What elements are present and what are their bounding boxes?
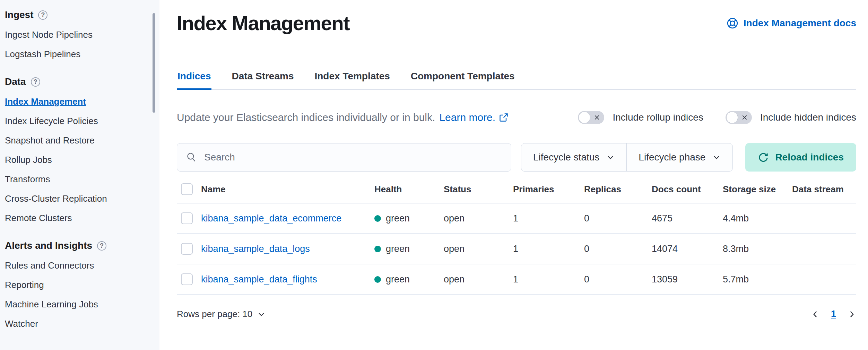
cell-name: kibana_sample_data_logs: [201, 244, 374, 254]
external-link-icon: [499, 113, 509, 122]
chevron-left-icon: [811, 310, 820, 319]
help-icon: ?: [97, 241, 106, 251]
health-dot-icon: [374, 276, 381, 283]
cell-status: open: [444, 274, 513, 285]
nav-section-title: Data?: [5, 76, 159, 88]
table-header: NameHealthStatusPrimariesReplicasDocs co…: [177, 176, 856, 203]
sidebar-item-rules-and-connectors[interactable]: Rules and Connectors: [5, 260, 94, 271]
filter-lifecycle-phase[interactable]: Lifecycle phase: [626, 143, 732, 171]
filter-lifecycle-status[interactable]: Lifecycle status: [521, 143, 626, 171]
cell-primaries: 1: [513, 274, 584, 285]
column-header-name: Name: [201, 184, 374, 195]
previous-page-button[interactable]: [811, 310, 820, 319]
help-icon: ?: [31, 77, 40, 87]
next-page-button[interactable]: [847, 310, 856, 319]
cell-health: green: [374, 274, 444, 285]
filter-group: Lifecycle statusLifecycle phase: [521, 143, 733, 172]
cell-checkbox: [177, 243, 201, 255]
health-label: green: [386, 213, 410, 224]
nav-section-title: Ingest?: [5, 9, 159, 21]
sidebar-item-index-management[interactable]: Index Management: [5, 96, 86, 107]
index-link-kibana-sample-data-flights[interactable]: kibana_sample_data_flights: [201, 274, 317, 285]
column-header-health: Health: [374, 184, 444, 195]
cell-status: open: [444, 244, 513, 254]
toggle-include-hidden-indices[interactable]: [726, 111, 752, 124]
index-link-kibana-sample-data-logs[interactable]: kibana_sample_data_logs: [201, 244, 310, 254]
search-icon: [185, 151, 197, 163]
search-input[interactable]: [203, 151, 503, 163]
reload-indices-button[interactable]: Reload indices: [745, 143, 856, 172]
column-header-status: Status: [444, 184, 513, 195]
cell-storage-size: 8.3mb: [723, 244, 792, 254]
health-dot-icon: [374, 215, 381, 222]
reload-indices-label: Reload indices: [775, 152, 844, 163]
toggle-knob: [726, 112, 738, 123]
page-number[interactable]: 1: [831, 309, 836, 320]
learn-more-link[interactable]: Learn more.: [439, 112, 509, 123]
main-content: Index Management Index Management docs I…: [159, 0, 868, 350]
nav-section-title-text: Data: [5, 76, 26, 88]
column-header-storage-size: Storage size: [723, 184, 792, 195]
tab-indices[interactable]: Indices: [177, 71, 211, 89]
rows-per-page-label: Rows per page: 10: [177, 309, 252, 320]
docs-link[interactable]: Index Management docs: [727, 17, 856, 29]
toggle-knob: [579, 112, 590, 123]
cell-checkbox: [177, 273, 201, 285]
sidebar-item-remote-clusters[interactable]: Remote Clusters: [5, 212, 72, 224]
cell-docs-count: 4675: [652, 213, 723, 224]
refresh-icon: [758, 152, 769, 163]
rows-per-page-button[interactable]: Rows per page: 10: [177, 309, 266, 320]
nav-section-title: Alerts and Insights?: [5, 240, 159, 252]
sidebar-item-cross-cluster-replication[interactable]: Cross-Cluster Replication: [5, 193, 107, 204]
column-header-primaries: Primaries: [513, 184, 584, 195]
row-checkbox[interactable]: [181, 273, 193, 285]
sidebar-item-machine-learning-jobs[interactable]: Machine Learning Jobs: [5, 299, 98, 310]
sidebar-item-transforms[interactable]: Transforms: [5, 174, 50, 185]
sidebar-item-reporting[interactable]: Reporting: [5, 279, 44, 290]
docs-link-label: Index Management docs: [744, 18, 856, 29]
pagination: 1: [811, 309, 856, 320]
tab-bar: IndicesData StreamsIndex TemplatesCompon…: [177, 71, 856, 90]
table-footer: Rows per page: 10 1: [177, 309, 856, 320]
tab-index-templates[interactable]: Index Templates: [314, 71, 390, 89]
sidebar-item-index-lifecycle-policies[interactable]: Index Lifecycle Policies: [5, 115, 98, 126]
cell-primaries: 1: [513, 244, 584, 254]
select-all-checkbox[interactable]: [181, 183, 193, 195]
page-title: Index Management: [177, 10, 349, 36]
row-checkbox[interactable]: [181, 243, 193, 255]
sidebar-item-ingest-node-pipelines[interactable]: Ingest Node Pipelines: [5, 29, 93, 40]
cell-storage-size: 4.4mb: [723, 213, 792, 224]
health-label: green: [386, 244, 410, 254]
chevron-down-icon: [606, 153, 615, 161]
header-checkbox-cell: [177, 183, 201, 195]
life-ring-docs-icon: [727, 17, 738, 29]
tab-data-streams[interactable]: Data Streams: [231, 71, 294, 89]
sidebar-item-snapshot-and-restore[interactable]: Snapshot and Restore: [5, 135, 95, 146]
toggle-include-rollup-indices[interactable]: [578, 111, 604, 124]
filter-label: Lifecycle phase: [639, 152, 705, 163]
column-header-docs-count: Docs count: [652, 184, 723, 195]
tab-component-templates[interactable]: Component Templates: [410, 71, 515, 89]
chevron-down-icon: [257, 310, 266, 318]
cell-docs-count: 14074: [652, 244, 723, 254]
learn-more-label: Learn more.: [439, 112, 495, 123]
cross-icon: [741, 114, 748, 121]
page-header: Index Management Index Management docs: [177, 10, 856, 36]
sidebar-item-watcher[interactable]: Watcher: [5, 318, 38, 329]
search-box[interactable]: [177, 143, 511, 172]
sidebar-scrollbar[interactable]: [153, 13, 155, 113]
sidebar-item-rollup-jobs[interactable]: Rollup Jobs: [5, 154, 52, 165]
nav-section-data: Data?Index ManagementIndex Lifecycle Pol…: [5, 76, 159, 224]
filter-label: Lifecycle status: [533, 152, 599, 163]
controls-row: Lifecycle statusLifecycle phase Reload i…: [177, 143, 856, 172]
cell-replicas: 0: [584, 213, 652, 224]
row-checkbox[interactable]: [181, 212, 193, 224]
indices-table: NameHealthStatusPrimariesReplicasDocs co…: [177, 176, 856, 295]
health-dot-icon: [374, 246, 381, 252]
cell-status: open: [444, 213, 513, 224]
index-link-kibana-sample-data-ecommerce[interactable]: kibana_sample_data_ecommerce: [201, 213, 341, 224]
table-body: kibana_sample_data_ecommercegreenopen104…: [177, 203, 856, 295]
sidebar-item-logstash-pipelines[interactable]: Logstash Pipelines: [5, 49, 80, 60]
health-label: green: [386, 274, 410, 285]
toggle-group: Include rollup indicesInclude hidden ind…: [578, 111, 856, 124]
